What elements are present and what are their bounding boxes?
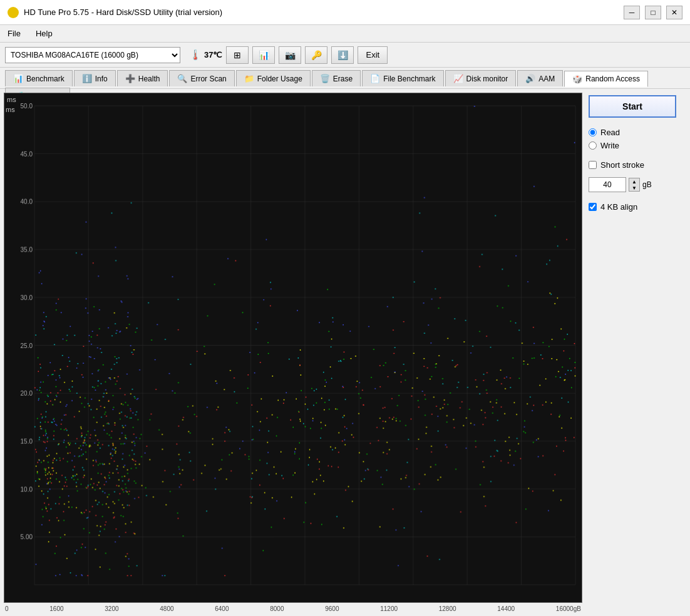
radio-group: Read Write [589, 128, 684, 150]
menu-file[interactable]: File [5, 28, 23, 39]
toolbar-btn-1[interactable]: ⊞ [226, 46, 249, 64]
temperature-display: 🌡️ 37℃ [189, 49, 222, 61]
write-label: Write [600, 141, 619, 150]
write-radio[interactable] [589, 141, 597, 150]
kb-align-label: 4 KB align [600, 202, 637, 212]
disk-monitor-icon: 📈 [453, 74, 463, 83]
y-axis-label: ms [7, 96, 16, 103]
toolbar-btn-4[interactable]: 🔑 [305, 46, 327, 64]
temperature-value: 37℃ [204, 50, 222, 59]
stroke-up-button[interactable]: ▲ [629, 178, 639, 185]
read-label: Read [600, 128, 620, 137]
erase-icon: 🗑️ [320, 74, 330, 83]
app-icon [8, 7, 19, 18]
stroke-input[interactable] [589, 177, 626, 192]
thermometer-icon: 🌡️ [189, 49, 202, 61]
toolbar-btn-2[interactable]: 📊 [252, 46, 275, 64]
short-stroke-checkbox[interactable] [589, 161, 597, 169]
gb-label: gB [642, 180, 652, 189]
main-content: ms 0 1600 3200 4800 6400 8000 9600 11200… [0, 89, 690, 616]
menu-bar: File Help [0, 25, 690, 43]
window-controls: ─ □ ✕ [624, 6, 682, 19]
write-radio-label[interactable]: Write [589, 141, 684, 150]
tab-health[interactable]: ➕ Health [117, 70, 168, 86]
tab-disk-monitor[interactable]: 📈 Disk monitor [445, 70, 517, 86]
health-icon: ➕ [125, 74, 135, 83]
tab-folder-usage[interactable]: 📁 Folder Usage [236, 70, 311, 86]
aam-icon: 🔊 [525, 74, 535, 83]
tabs-row: 📊 Benchmark ℹ️ Info ➕ Health 🔍 Error Sca… [0, 68, 690, 89]
close-button[interactable]: ✕ [666, 6, 682, 19]
title-bar: HD Tune Pro 5.75 - Hard Disk/SSD Utility… [0, 0, 690, 25]
scatter-chart [4, 93, 582, 602]
random-access-icon: 🎲 [572, 74, 582, 84]
short-stroke-label: Short stroke [600, 160, 644, 170]
tab-erase[interactable]: 🗑️ Erase [312, 70, 361, 86]
info-icon: ℹ️ [82, 74, 92, 83]
menu-help[interactable]: Help [33, 28, 55, 39]
tab-benchmark[interactable]: 📊 Benchmark [5, 70, 73, 86]
chart-area: ms [4, 93, 582, 603]
tab-random-access[interactable]: 🎲 Random Access [564, 71, 648, 87]
file-benchmark-icon: 📄 [370, 74, 380, 83]
stroke-down-button[interactable]: ▼ [629, 185, 639, 191]
disk-select[interactable]: TOSHIBA MG08ACA16TE (16000 gB) [5, 47, 180, 63]
tab-info[interactable]: ℹ️ Info [74, 70, 116, 86]
minimize-button[interactable]: ─ [624, 6, 640, 19]
toolbar: TOSHIBA MG08ACA16TE (16000 gB) 🌡️ 37℃ ⊞ … [0, 43, 690, 68]
stroke-spinner: ▲ ▼ [629, 178, 640, 192]
tab-error-scan[interactable]: 🔍 Error Scan [169, 70, 234, 86]
error-scan-icon: 🔍 [177, 74, 187, 83]
folder-usage-icon: 📁 [244, 74, 254, 83]
read-radio-label[interactable]: Read [589, 128, 684, 137]
maximize-button[interactable]: □ [645, 6, 661, 19]
toolbar-btn-5[interactable]: ⬇️ [331, 46, 354, 64]
tab-aam[interactable]: 🔊 AAM [517, 70, 563, 86]
stroke-row: ▲ ▼ gB [589, 177, 684, 192]
start-button[interactable]: Start [589, 95, 676, 118]
right-panel: Start Read Write Short stroke ▲ ▼ gB [586, 93, 686, 612]
benchmark-icon: 📊 [13, 74, 23, 83]
exit-button[interactable]: Exit [358, 46, 388, 64]
x-axis-labels: 0 1600 3200 4800 6400 8000 9600 11200 12… [4, 605, 582, 612]
align-row: 4 KB align [589, 202, 684, 212]
read-radio[interactable] [589, 128, 597, 136]
short-stroke-row: Short stroke [589, 160, 684, 170]
kb-align-checkbox[interactable] [589, 203, 597, 211]
window-title: HD Tune Pro 5.75 - Hard Disk/SSD Utility… [24, 8, 222, 17]
tab-file-benchmark[interactable]: 📄 File Benchmark [362, 70, 443, 86]
toolbar-btn-3[interactable]: 📷 [279, 46, 301, 64]
